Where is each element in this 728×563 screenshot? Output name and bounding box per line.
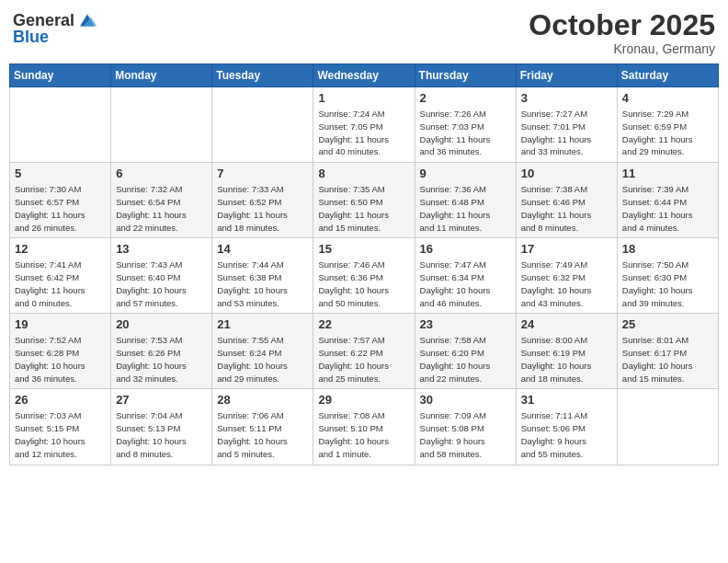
calendar-cell: 23Sunrise: 7:58 AM Sunset: 6:20 PM Dayli…: [415, 314, 516, 389]
calendar-cell: 1Sunrise: 7:24 AM Sunset: 7:05 PM Daylig…: [313, 87, 415, 163]
day-number: 15: [318, 242, 409, 256]
day-number: 9: [420, 167, 511, 180]
calendar-cell: 15Sunrise: 7:46 AM Sunset: 6:36 PM Dayli…: [313, 238, 415, 314]
day-info: Sunrise: 7:58 AM Sunset: 6:20 PM Dayligh…: [420, 334, 511, 385]
day-info: Sunrise: 7:32 AM Sunset: 6:54 PM Dayligh…: [116, 183, 207, 234]
calendar-cell: 16Sunrise: 7:47 AM Sunset: 6:34 PM Dayli…: [415, 238, 516, 314]
day-info: Sunrise: 7:27 AM Sunset: 7:01 PM Dayligh…: [521, 108, 612, 158]
day-number: 25: [622, 317, 713, 331]
calendar-week-3: 12Sunrise: 7:41 AM Sunset: 6:42 PM Dayli…: [10, 238, 719, 314]
day-number: 10: [521, 167, 612, 180]
day-info: Sunrise: 7:47 AM Sunset: 6:34 PM Dayligh…: [420, 259, 511, 309]
calendar-cell: 18Sunrise: 7:50 AM Sunset: 6:30 PM Dayli…: [617, 238, 718, 314]
calendar-cell: 6Sunrise: 7:32 AM Sunset: 6:54 PM Daylig…: [111, 163, 212, 238]
calendar-cell: 3Sunrise: 7:27 AM Sunset: 7:01 PM Daylig…: [516, 87, 617, 163]
day-number: 4: [622, 91, 713, 105]
calendar-cell: 11Sunrise: 7:39 AM Sunset: 6:44 PM Dayli…: [617, 163, 718, 238]
day-info: Sunrise: 7:33 AM Sunset: 6:52 PM Dayligh…: [217, 183, 308, 234]
calendar-cell: 9Sunrise: 7:36 AM Sunset: 6:48 PM Daylig…: [415, 163, 516, 238]
calendar-cell: 5Sunrise: 7:30 AM Sunset: 6:57 PM Daylig…: [10, 163, 111, 238]
calendar-cell: 29Sunrise: 7:08 AM Sunset: 5:10 PM Dayli…: [313, 389, 415, 465]
calendar-cell: 28Sunrise: 7:06 AM Sunset: 5:11 PM Dayli…: [212, 389, 313, 465]
title-block: October 2025 Kronau, Germany: [529, 9, 715, 56]
calendar-cell: 30Sunrise: 7:09 AM Sunset: 5:08 PM Dayli…: [415, 389, 516, 465]
calendar-cell: 8Sunrise: 7:35 AM Sunset: 6:50 PM Daylig…: [313, 163, 415, 238]
calendar-week-2: 5Sunrise: 7:30 AM Sunset: 6:57 PM Daylig…: [10, 163, 719, 238]
weekday-header-thursday: Thursday: [415, 64, 516, 87]
calendar-cell: 21Sunrise: 7:55 AM Sunset: 6:24 PM Dayli…: [212, 314, 313, 389]
location-subtitle: Kronau, Germany: [529, 41, 715, 56]
day-info: Sunrise: 7:55 AM Sunset: 6:24 PM Dayligh…: [217, 334, 308, 385]
weekday-header-monday: Monday: [111, 64, 212, 87]
day-info: Sunrise: 7:41 AM Sunset: 6:42 PM Dayligh…: [15, 259, 106, 309]
day-info: Sunrise: 7:38 AM Sunset: 6:46 PM Dayligh…: [521, 183, 612, 234]
day-number: 6: [116, 167, 207, 180]
day-number: 5: [15, 167, 106, 180]
logo: General Blue: [13, 9, 98, 47]
day-number: 16: [420, 242, 511, 256]
day-number: 12: [15, 242, 106, 256]
day-number: 24: [521, 317, 612, 331]
calendar-cell: 12Sunrise: 7:41 AM Sunset: 6:42 PM Dayli…: [10, 238, 111, 314]
logo-icon: [76, 9, 98, 31]
day-info: Sunrise: 7:52 AM Sunset: 6:28 PM Dayligh…: [15, 334, 106, 385]
month-title: October 2025: [529, 9, 715, 41]
calendar-cell: [111, 87, 212, 163]
day-number: 19: [15, 317, 106, 331]
day-number: 17: [521, 242, 612, 256]
day-info: Sunrise: 7:36 AM Sunset: 6:48 PM Dayligh…: [420, 183, 511, 234]
calendar-cell: 27Sunrise: 7:04 AM Sunset: 5:13 PM Dayli…: [111, 389, 212, 465]
weekday-header-row: SundayMondayTuesdayWednesdayThursdayFrid…: [10, 64, 719, 87]
day-number: 11: [622, 167, 713, 180]
calendar-cell: [617, 389, 718, 465]
day-info: Sunrise: 7:50 AM Sunset: 6:30 PM Dayligh…: [622, 259, 713, 309]
day-number: 28: [217, 393, 308, 407]
weekday-header-friday: Friday: [516, 64, 617, 87]
day-info: Sunrise: 7:24 AM Sunset: 7:05 PM Dayligh…: [318, 108, 409, 158]
calendar-cell: 25Sunrise: 8:01 AM Sunset: 6:17 PM Dayli…: [617, 314, 718, 389]
day-info: Sunrise: 7:39 AM Sunset: 6:44 PM Dayligh…: [622, 183, 713, 234]
day-info: Sunrise: 7:30 AM Sunset: 6:57 PM Dayligh…: [15, 183, 106, 234]
calendar-cell: 10Sunrise: 7:38 AM Sunset: 6:46 PM Dayli…: [516, 163, 617, 238]
day-info: Sunrise: 7:46 AM Sunset: 6:36 PM Dayligh…: [318, 259, 409, 309]
weekday-header-wednesday: Wednesday: [313, 64, 415, 87]
day-info: Sunrise: 7:26 AM Sunset: 7:03 PM Dayligh…: [420, 108, 511, 158]
calendar-cell: 4Sunrise: 7:29 AM Sunset: 6:59 PM Daylig…: [617, 87, 718, 163]
weekday-header-saturday: Saturday: [617, 64, 718, 87]
calendar-table: SundayMondayTuesdayWednesdayThursdayFrid…: [9, 63, 719, 465]
day-info: Sunrise: 7:49 AM Sunset: 6:32 PM Dayligh…: [521, 259, 612, 309]
day-info: Sunrise: 7:35 AM Sunset: 6:50 PM Dayligh…: [318, 183, 409, 234]
calendar-cell: 31Sunrise: 7:11 AM Sunset: 5:06 PM Dayli…: [516, 389, 617, 465]
day-info: Sunrise: 7:11 AM Sunset: 5:06 PM Dayligh…: [521, 409, 612, 460]
calendar-week-5: 26Sunrise: 7:03 AM Sunset: 5:15 PM Dayli…: [10, 389, 719, 465]
day-info: Sunrise: 8:01 AM Sunset: 6:17 PM Dayligh…: [622, 334, 713, 385]
calendar-cell: 19Sunrise: 7:52 AM Sunset: 6:28 PM Dayli…: [10, 314, 111, 389]
day-info: Sunrise: 7:09 AM Sunset: 5:08 PM Dayligh…: [420, 409, 511, 460]
day-info: Sunrise: 7:08 AM Sunset: 5:10 PM Dayligh…: [318, 409, 409, 460]
day-info: Sunrise: 7:53 AM Sunset: 6:26 PM Dayligh…: [116, 334, 207, 385]
day-info: Sunrise: 7:06 AM Sunset: 5:11 PM Dayligh…: [217, 409, 308, 460]
day-number: 14: [217, 242, 308, 256]
calendar-cell: 2Sunrise: 7:26 AM Sunset: 7:03 PM Daylig…: [415, 87, 516, 163]
day-number: 26: [15, 393, 106, 407]
day-number: 31: [521, 393, 612, 407]
day-number: 1: [318, 91, 409, 105]
day-info: Sunrise: 7:43 AM Sunset: 6:40 PM Dayligh…: [116, 259, 207, 309]
page-header: General Blue October 2025 Kronau, German…: [9, 9, 719, 56]
day-info: Sunrise: 7:57 AM Sunset: 6:22 PM Dayligh…: [318, 334, 409, 385]
calendar-week-1: 1Sunrise: 7:24 AM Sunset: 7:05 PM Daylig…: [10, 87, 719, 163]
day-number: 20: [116, 317, 207, 331]
calendar-cell: 17Sunrise: 7:49 AM Sunset: 6:32 PM Dayli…: [516, 238, 617, 314]
calendar-cell: [10, 87, 111, 163]
day-number: 2: [420, 91, 511, 105]
day-info: Sunrise: 7:03 AM Sunset: 5:15 PM Dayligh…: [15, 409, 106, 460]
day-number: 8: [318, 167, 409, 180]
day-info: Sunrise: 7:04 AM Sunset: 5:13 PM Dayligh…: [116, 409, 207, 460]
day-number: 29: [318, 393, 409, 407]
day-number: 7: [217, 167, 308, 180]
day-number: 13: [116, 242, 207, 256]
day-number: 3: [521, 91, 612, 105]
day-info: Sunrise: 7:44 AM Sunset: 6:38 PM Dayligh…: [217, 259, 308, 309]
calendar-cell: 24Sunrise: 8:00 AM Sunset: 6:19 PM Dayli…: [516, 314, 617, 389]
calendar-cell: [212, 87, 313, 163]
